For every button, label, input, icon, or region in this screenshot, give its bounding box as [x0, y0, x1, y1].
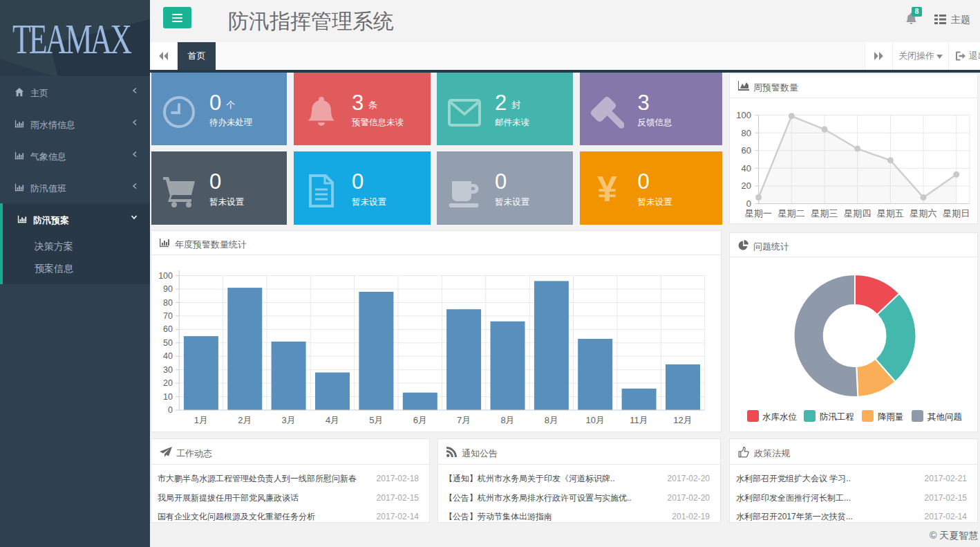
svg-text:3月: 3月: [281, 415, 295, 425]
svg-text:星期二: 星期二: [778, 208, 805, 219]
svg-text:6月: 6月: [413, 415, 427, 425]
svg-text:30: 30: [163, 364, 173, 374]
svg-text:80: 80: [163, 297, 173, 307]
svg-text:1月: 1月: [194, 415, 208, 425]
svg-text:8月: 8月: [545, 415, 558, 425]
svg-text:10月: 10月: [585, 415, 604, 425]
svg-text:星期六: 星期六: [910, 208, 937, 219]
svg-text:12月: 12月: [673, 415, 692, 425]
svg-text:8月: 8月: [500, 415, 514, 425]
svg-text:80: 80: [742, 128, 751, 138]
svg-text:60: 60: [742, 145, 751, 156]
svg-text:20: 20: [742, 180, 751, 191]
svg-text:星期日: 星期日: [943, 208, 970, 219]
svg-text:星期五: 星期五: [877, 208, 904, 219]
svg-text:50: 50: [163, 337, 173, 347]
svg-text:40: 40: [163, 351, 173, 361]
svg-text:5月: 5月: [369, 415, 383, 425]
svg-text:70: 70: [163, 310, 173, 320]
svg-text:100: 100: [158, 270, 173, 280]
svg-text:星期四: 星期四: [844, 208, 871, 219]
svg-text:90: 90: [163, 284, 173, 294]
svg-text:11月: 11月: [630, 415, 648, 425]
svg-text:40: 40: [742, 163, 751, 174]
svg-text:100: 100: [736, 110, 751, 120]
svg-text:4月: 4月: [326, 415, 339, 425]
svg-text:0: 0: [746, 198, 751, 209]
svg-text:星期一: 星期一: [745, 208, 772, 219]
svg-text:20: 20: [163, 378, 173, 388]
svg-text:10: 10: [163, 391, 173, 401]
svg-text:2月: 2月: [238, 415, 252, 425]
svg-text:7月: 7月: [457, 415, 471, 425]
svg-text:星期三: 星期三: [811, 208, 838, 219]
svg-text:0: 0: [168, 405, 173, 415]
svg-text:60: 60: [163, 324, 173, 334]
